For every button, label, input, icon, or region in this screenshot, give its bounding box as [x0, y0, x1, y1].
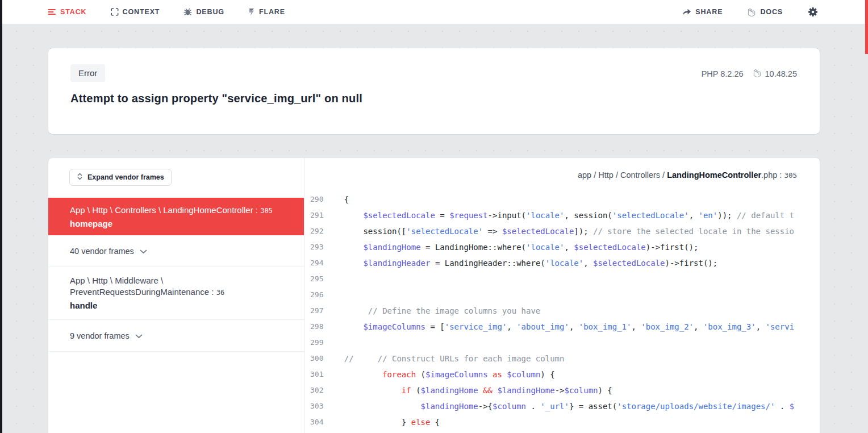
stack-icon: [48, 8, 56, 16]
chevron-down-icon: [140, 247, 147, 256]
tab-debug[interactable]: DEBUG: [183, 8, 224, 16]
expand-vendor-frames-button[interactable]: Expand vendor frames: [69, 169, 172, 186]
line-number: 297: [304, 303, 325, 319]
file-line-sep: :: [777, 170, 784, 180]
code-line: 292 session(['selectedLocale' => $select…: [304, 223, 820, 239]
code-file-path: app / Http / Controllers / LandingHomeCo…: [304, 158, 820, 180]
code-line: 296: [304, 287, 820, 303]
line-source: if ($landingHome && $landingHome->$colum…: [325, 382, 612, 398]
laravel-version-item: 10.48.25: [753, 69, 797, 79]
code-viewer: app / Http / Controllers / LandingHomeCo…: [304, 158, 820, 433]
line-number: 301: [304, 367, 325, 382]
debug-icon: [183, 8, 192, 16]
line-number: 295: [304, 271, 325, 287]
share-icon: [682, 9, 691, 16]
php-version: PHP 8.2.26: [702, 69, 744, 78]
code-line: 304 } else {: [304, 414, 820, 430]
settings-button[interactable]: [808, 7, 818, 17]
scrollbar-thumb[interactable]: [865, 0, 868, 54]
code-line: 301 foreach ($imageColumns as $column) {: [304, 367, 820, 382]
tab-stack[interactable]: STACK: [48, 8, 87, 16]
line-source: $landingHome->{$column . '_url'} = asset…: [325, 398, 794, 414]
tab-context[interactable]: CONTEXT: [111, 8, 160, 16]
gear-icon: [808, 7, 818, 17]
line-source: $landingHeader = LandingHeader::where('l…: [325, 255, 717, 271]
error-card: Error Attempt to assign property "servic…: [48, 48, 820, 134]
unfold-icon: [77, 173, 83, 182]
line-source: session(['selectedLocale' => $selectedLo…: [325, 223, 794, 239]
group-label: 40 vendor frames: [70, 247, 134, 256]
code-line: 294 $landingHeader = LandingHeader::wher…: [304, 255, 820, 271]
file-path-prefix: app / Http / Controllers /: [578, 170, 667, 180]
tab-label: FLARE: [259, 8, 285, 16]
laravel-icon: [748, 8, 756, 16]
expand-button-label: Expand vendor frames: [87, 173, 164, 181]
action-label: DOCS: [760, 8, 783, 16]
line-number: 303: [304, 398, 325, 414]
vendor-frames-group-2[interactable]: 9 vendor frames: [48, 320, 304, 352]
code-line: 300 // // Construct URLs for each image …: [304, 351, 820, 367]
tab-label: CONTEXT: [123, 8, 160, 16]
flare-icon: [248, 8, 255, 16]
line-number: 296: [304, 287, 325, 303]
line-number: 304: [304, 414, 325, 430]
line-source: // Define the image columns you have: [325, 303, 540, 319]
laravel-version: 10.48.25: [765, 69, 797, 78]
code-line: 290 {: [304, 191, 820, 207]
tab-flare[interactable]: FLARE: [248, 8, 285, 16]
frame-line-number: 305: [260, 207, 273, 215]
line-number: 292: [304, 223, 325, 239]
code-line: 295: [304, 271, 820, 287]
docs-button[interactable]: DOCS: [748, 8, 783, 16]
code-line: 302 if ($landingHome && $landingHome->$c…: [304, 382, 820, 398]
runtime-versions: PHP 8.2.26 10.48.25: [702, 69, 797, 79]
line-number: 294: [304, 255, 325, 271]
vendor-frames-group-1[interactable]: 40 vendor frames: [48, 235, 304, 267]
error-message: Attempt to assign property "service_img_…: [70, 92, 362, 105]
code-line: 293 $landingHome = LandingHome::where('l…: [304, 239, 820, 255]
nav-actions: SHARE DOCS: [682, 7, 818, 17]
code-line: 297 // Define the image columns you have: [304, 303, 820, 319]
tab-label: STACK: [60, 8, 87, 16]
context-icon: [111, 8, 119, 16]
frame-class-path: App \ Http \ Middleware \ PreventRequest…: [70, 275, 282, 298]
window-left-edge: [0, 0, 2, 433]
line-source: // // Construct URLs for each image colu…: [325, 351, 564, 367]
nav-tabs: STACK CONTEXT DEBUG FLARE: [48, 8, 285, 16]
code-line: 299: [304, 335, 820, 351]
code-line: 303 $landingHome->{$column . '_url'} = a…: [304, 398, 820, 414]
line-source: $selectedLocale = $request->input('local…: [325, 207, 794, 223]
code-lines: 290 {291 $selectedLocale = $request->inp…: [304, 191, 820, 430]
share-button[interactable]: SHARE: [682, 8, 723, 16]
stack-frame-active[interactable]: App \ Http \ Controllers \ LandingHomeCo…: [48, 198, 304, 235]
chevron-down-icon: [135, 331, 143, 340]
code-line: 298 $imageColumns = ['service_img', 'abo…: [304, 319, 820, 335]
line-source: } else {: [325, 414, 440, 430]
line-number: 293: [304, 239, 325, 255]
frame-method: homepage: [70, 219, 282, 229]
file-ext: .php: [761, 170, 777, 180]
group-label: 9 vendor frames: [70, 331, 130, 340]
error-type-badge: Error: [70, 64, 105, 82]
line-number: 291: [304, 207, 325, 223]
line-number: 300: [304, 351, 325, 367]
expand-row: Expand vendor frames: [48, 158, 304, 198]
top-nav: STACK CONTEXT DEBUG FLARE SHARE: [0, 0, 868, 24]
stack-trace-card: Expand vendor frames App \ Http \ Contro…: [48, 158, 820, 433]
line-source: $imageColumns = ['service_img', 'about_i…: [325, 319, 794, 335]
file-name: LandingHomeController: [667, 170, 761, 180]
line-number: 290: [304, 191, 325, 207]
action-label: SHARE: [695, 8, 723, 16]
frame-class-path: App \ Http \ Controllers \ LandingHomeCo…: [70, 205, 282, 216]
line-source: $landingHome = LandingHome::where('local…: [325, 239, 698, 255]
line-source: foreach ($imageColumns as $column) {: [325, 367, 555, 382]
frame-line-number: 36: [216, 289, 224, 297]
line-number: 298: [304, 319, 325, 335]
stack-frame[interactable]: App \ Http \ Middleware \ PreventRequest…: [48, 267, 304, 320]
line-number: 302: [304, 382, 325, 398]
tab-label: DEBUG: [196, 8, 224, 16]
laravel-icon: [753, 69, 762, 79]
code-line: 291 $selectedLocale = $request->input('l…: [304, 207, 820, 223]
line-number: 299: [304, 335, 325, 351]
file-line-number: 305: [784, 171, 797, 180]
